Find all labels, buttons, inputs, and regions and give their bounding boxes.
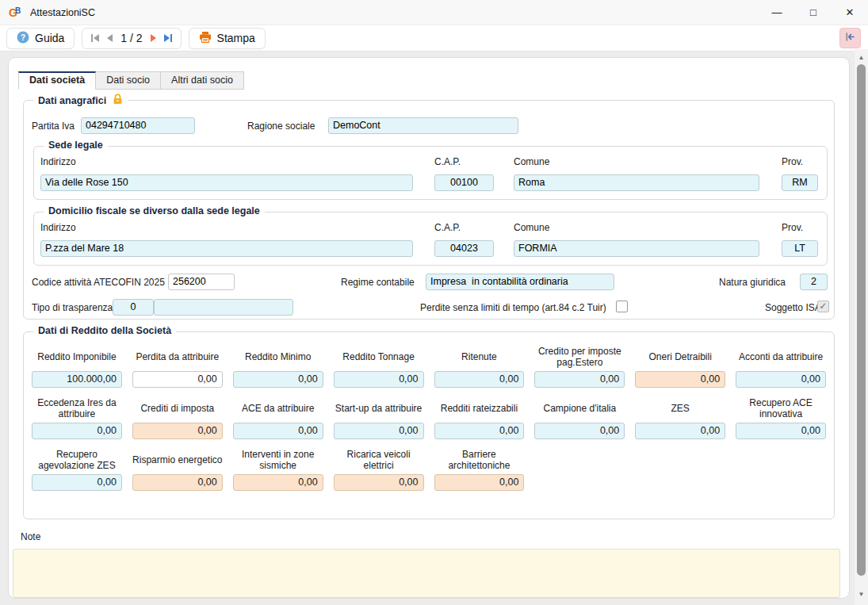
reddito-field-value[interactable]: 0,00 — [132, 371, 223, 388]
previous-record-button[interactable] — [104, 33, 115, 44]
reddito-field-value[interactable]: 0,00 — [534, 423, 625, 439]
reddito-cell: Acconti da attribuire0,00 — [736, 343, 826, 388]
reddito-cell: Ritenute0,00 — [434, 343, 525, 388]
reddito-field-label: Ritenute — [434, 343, 525, 371]
close-button[interactable]: ✕ — [832, 0, 868, 25]
reddito-row-2: Eccedenza Ires da attribuire0,00Crediti … — [32, 394, 826, 439]
sede-indirizzo-label: Indirizzo — [40, 156, 76, 167]
reddito-field-value[interactable]: 0,00 — [233, 371, 323, 388]
tipo-trasparenza-field[interactable]: 0 — [113, 299, 154, 316]
sede-cap-field[interactable]: 00100 — [434, 174, 494, 191]
guida-label: Guida — [35, 32, 64, 44]
window-title: AttestazioniSC — [30, 7, 95, 18]
vertical-scrollbar[interactable]: ▲ ▼ — [855, 49, 868, 605]
tab-dati-societa[interactable]: Dati società — [18, 71, 96, 90]
reddito-field-value[interactable]: 0,00 — [233, 474, 323, 491]
last-record-button[interactable] — [163, 33, 174, 44]
sede-comune-field[interactable]: Roma — [514, 174, 759, 191]
reddito-cell: Barriere architettoniche0,00 — [434, 446, 525, 491]
group-dati-anagrafici-title: Dati anagrafici — [38, 95, 106, 106]
domicilio-indirizzo-field[interactable]: P.zza del Mare 18 — [40, 240, 413, 257]
natura-giuridica-field[interactable]: 2 — [800, 274, 828, 290]
reddito-field-value[interactable]: 0,00 — [32, 474, 122, 491]
reddito-field-value[interactable]: 0,00 — [736, 371, 826, 388]
scroll-up-icon[interactable]: ▲ — [855, 51, 868, 63]
scrollbar-thumb[interactable] — [857, 64, 866, 576]
note-label: Note — [21, 531, 40, 542]
scroll-down-icon[interactable]: ▼ — [855, 588, 868, 600]
reddito-field-label: Start-up da attribuire — [334, 394, 424, 423]
reddito-field-value[interactable]: 0,00 — [233, 423, 323, 439]
reddito-field-value[interactable]: 0,00 — [334, 423, 424, 439]
reddito-field-value[interactable]: 0,00 — [434, 371, 525, 388]
partita-iva-field[interactable]: 04294710480 — [81, 117, 195, 134]
record-navigator: 1 / 2 — [82, 28, 181, 49]
tipo-trasparenza-desc-field[interactable] — [154, 299, 293, 316]
reddito-cell: ACE da attribuire0,00 — [233, 394, 323, 439]
reddito-field-value[interactable]: 0,00 — [434, 423, 525, 439]
group-domicilio-fiscale: Domicilio fiscale se diverso dalla sede … — [33, 212, 828, 266]
app-logo-icon: G B — [8, 5, 24, 21]
sede-comune-label: Comune — [514, 156, 549, 167]
reddito-field-label: Reddito Minimo — [233, 343, 323, 371]
first-record-button[interactable] — [90, 33, 101, 44]
group-dati-reddito: Dati di Reddito della Società Reddito Im… — [23, 331, 835, 519]
reddito-cell: ZES0,00 — [635, 394, 725, 439]
guida-button[interactable]: ? Guida — [6, 28, 75, 49]
sede-indirizzo-field[interactable]: Via delle Rose 150 — [40, 174, 413, 191]
reddito-field-value[interactable]: 0,00 — [534, 371, 625, 388]
domicilio-comune-field[interactable]: FORMIA — [514, 240, 759, 257]
reddito-field-value[interactable]: 0,00 — [334, 371, 424, 388]
stampa-button[interactable]: Stampa — [189, 28, 266, 49]
reddito-field-value[interactable]: 0,00 — [32, 423, 122, 439]
reddito-cell: Reddito Minimo0,00 — [233, 343, 323, 388]
soggetto-isa-checkbox[interactable] — [817, 301, 829, 312]
ragione-sociale-field[interactable]: DemoCont — [328, 117, 518, 134]
reddito-cell: Credito per imposte pag.Estero0,00 — [534, 343, 625, 388]
domicilio-comune-label: Comune — [514, 222, 549, 233]
reddito-field-label: ZES — [635, 394, 725, 423]
help-icon: ? — [17, 31, 29, 46]
reddito-field-value[interactable]: 0,00 — [635, 371, 725, 388]
reddito-field-label: Recupero agevolazione ZES — [32, 446, 122, 474]
tab-dati-socio[interactable]: Dati socio — [96, 71, 161, 90]
lock-icon — [113, 94, 123, 107]
reddito-field-value[interactable]: 0,00 — [635, 423, 725, 439]
main-panel: Dati società Dati socio Altri dati socio… — [8, 57, 850, 599]
soggetto-isa-label: Soggetto ISA — [765, 302, 821, 313]
domicilio-cap-field[interactable]: 04023 — [434, 240, 494, 257]
perdite-checkbox[interactable] — [616, 301, 628, 312]
reddito-cell: Interventi in zone sismiche0,00 — [233, 446, 323, 491]
collapse-back-button[interactable] — [839, 28, 861, 48]
codice-attivita-field[interactable]: 256200 — [168, 274, 235, 290]
natura-giuridica-label: Natura giuridica — [719, 277, 786, 288]
reddito-field-value[interactable]: 0,00 — [334, 474, 424, 491]
next-record-button[interactable] — [148, 33, 159, 44]
reddito-field-label: Reddito Tonnage — [334, 343, 424, 371]
regime-contabile-label: Regime contabile — [341, 277, 415, 288]
minimize-button[interactable]: — — [759, 0, 795, 25]
reddito-field-label: Barriere architettoniche — [434, 446, 525, 474]
reddito-cell: Campione d'italia0,00 — [534, 394, 625, 439]
reddito-field-value[interactable]: 0,00 — [132, 423, 223, 439]
reddito-field-label: Oneri Detraibili — [635, 343, 725, 371]
domicilio-prov-field[interactable]: LT — [782, 240, 818, 257]
reddito-field-value[interactable]: 0,00 — [132, 474, 223, 491]
reddito-field-value[interactable]: 0,00 — [434, 474, 525, 491]
reddito-field-label: ACE da attribuire — [233, 394, 323, 423]
reddito-field-label: Eccedenza Ires da attribuire — [32, 394, 122, 423]
note-textarea[interactable] — [13, 549, 840, 598]
reddito-cell: Redditi rateizzabili0,00 — [434, 394, 525, 439]
regime-contabile-field[interactable]: Impresa in contabilità ordinaria — [426, 274, 614, 290]
tab-altri-dati-socio[interactable]: Altri dati socio — [161, 71, 244, 90]
reddito-cell: Recupero agevolazione ZES0,00 — [32, 446, 122, 491]
reddito-field-value[interactable]: 100.000,00 — [32, 371, 122, 388]
reddito-field-value[interactable]: 0,00 — [736, 423, 826, 439]
reddito-field-label: Ricarica veicoli elettrici — [334, 446, 424, 474]
svg-text:?: ? — [21, 33, 25, 41]
svg-text:B: B — [15, 6, 21, 15]
sede-prov-field[interactable]: RM — [782, 174, 818, 191]
maximize-button[interactable]: □ — [795, 0, 832, 25]
reddito-field-label: Campione d'italia — [534, 394, 625, 423]
group-dati-anagrafici: Dati anagrafici Partita Iva 04294710480 … — [23, 100, 835, 320]
